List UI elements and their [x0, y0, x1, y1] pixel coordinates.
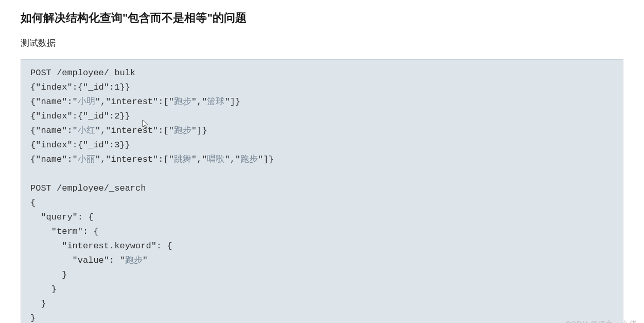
string-token: 篮球 [207, 97, 224, 107]
code-line: } [30, 299, 46, 309]
subhead-text: 测试数据 [21, 37, 623, 49]
string-token: 小丽 [78, 155, 95, 164]
code-line: } [30, 313, 36, 323]
code-line: POST /employee/_bulk [30, 68, 135, 78]
string-token: 跑步 [174, 97, 192, 107]
code-line: } [30, 270, 67, 280]
code-line: {"name":"小红","interest":["跑步"]} [30, 126, 207, 135]
code-line: {"name":"小丽","interest":["跳舞","唱歌","跑步"]… [30, 155, 274, 164]
string-token: 唱歌 [207, 155, 224, 164]
code-line: POST /employee/_search [30, 183, 146, 193]
code-line: "interest.keyword": { [30, 241, 172, 251]
string-token: 小明 [78, 97, 95, 107]
watermark-text: CSDN @IT之一小佬 [565, 319, 637, 323]
code-line: {"name":"小明","interest":["跑步","篮球"]} [30, 97, 240, 107]
code-line: "term": { [30, 227, 99, 236]
code-line: "value": "跑步" [30, 256, 148, 265]
code-line: {"index":{"_id":3}} [30, 140, 130, 150]
string-token: 小红 [78, 126, 95, 135]
string-token: 跑步 [174, 126, 192, 135]
code-line: {"index":{"_id":2}} [30, 111, 130, 121]
section-heading: 如何解决结构化查询"包含而不是相等"的问题 [21, 10, 623, 26]
string-token: 跑步 [125, 256, 143, 265]
code-block[interactable]: POST /employee/_bulk {"index":{"_id":1}}… [21, 59, 623, 323]
string-token: 跳舞 [174, 155, 192, 164]
string-token: 跑步 [240, 155, 258, 164]
code-line: {"index":{"_id":1}} [30, 82, 130, 92]
code-line: "query": { [30, 212, 93, 222]
code-line: } [30, 284, 57, 294]
code-line: { [30, 198, 36, 208]
